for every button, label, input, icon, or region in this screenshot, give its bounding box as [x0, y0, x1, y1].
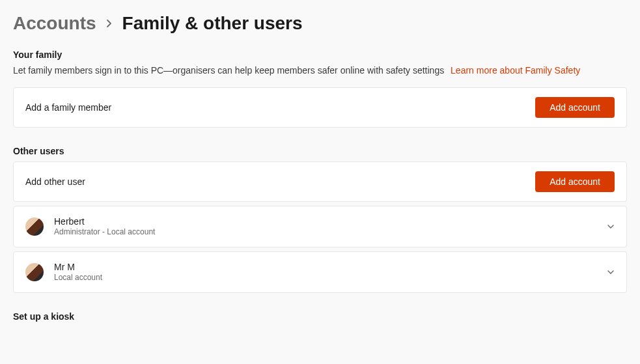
family-description-text: Let family members sign in to this PC—or…	[13, 65, 444, 76]
user-info: Mr M Local account	[54, 261, 607, 283]
page-title: Family & other users	[122, 13, 303, 34]
add-other-user-label: Add other user	[25, 176, 85, 187]
kiosk-heading: Set up a kiosk	[13, 311, 627, 322]
chevron-down-icon	[607, 268, 615, 276]
family-safety-link[interactable]: Learn more about Family Safety	[451, 65, 580, 76]
add-family-card: Add a family member Add account	[13, 87, 627, 128]
user-name: Mr M	[54, 261, 607, 273]
avatar	[25, 263, 44, 281]
add-family-label: Add a family member	[25, 102, 111, 113]
add-family-account-button[interactable]: Add account	[535, 97, 615, 118]
user-row[interactable]: Mr M Local account	[13, 251, 627, 293]
add-other-user-card: Add other user Add account	[13, 161, 627, 202]
user-role: Local account	[54, 273, 607, 283]
breadcrumb: Accounts Family & other users	[13, 13, 627, 34]
chevron-down-icon	[607, 223, 615, 231]
user-role: Administrator - Local account	[54, 227, 607, 238]
family-heading: Your family	[13, 49, 627, 60]
chevron-right-icon	[105, 20, 113, 27]
user-info: Herbert Administrator - Local account	[54, 216, 607, 238]
avatar	[25, 217, 44, 236]
breadcrumb-root[interactable]: Accounts	[13, 13, 96, 34]
user-name: Herbert	[54, 216, 607, 227]
family-description: Let family members sign in to this PC—or…	[13, 65, 627, 76]
other-users-heading: Other users	[13, 146, 627, 156]
user-row[interactable]: Herbert Administrator - Local account	[13, 206, 627, 247]
add-other-account-button[interactable]: Add account	[535, 171, 615, 192]
